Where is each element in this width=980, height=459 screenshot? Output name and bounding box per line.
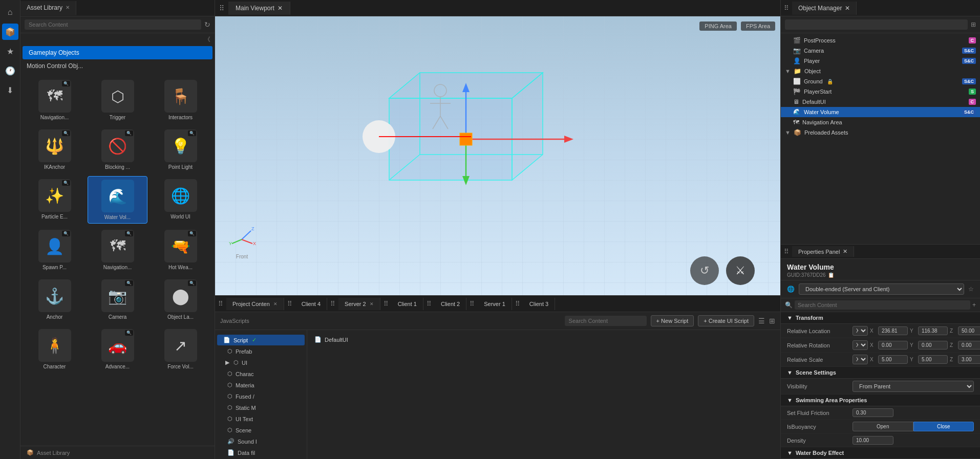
swimming-area-section-header[interactable]: ▼ Swimming Area Properties: [781, 395, 980, 406]
tab-server1[interactable]: Server 1: [478, 298, 512, 310]
relative-location-dropdown[interactable]: X: [853, 326, 868, 336]
asset-library-close-icon[interactable]: ✕: [66, 5, 70, 10]
tree-item-preloadedassets[interactable]: ▼ 📦 Preloaded Assets: [781, 127, 980, 138]
copy-icon[interactable]: 📋: [828, 272, 834, 278]
object-manager-tab[interactable]: Object Manager ✕: [792, 2, 857, 15]
sidebar-item-fusedb[interactable]: ⬡ Fused /: [217, 391, 305, 402]
scale-y-input[interactable]: [918, 355, 948, 364]
tab-server2[interactable]: Server 2 ✕ Server 2: [338, 298, 380, 310]
properties-close-icon[interactable]: ✕: [843, 248, 847, 255]
loc-x-input[interactable]: [878, 326, 908, 335]
list-view-icon[interactable]: ☰: [758, 317, 765, 325]
tree-item-camera[interactable]: 📷 Camera S&C: [781, 46, 980, 56]
tree-item-ground[interactable]: ⬜ Ground 🔒 S&C: [781, 76, 980, 86]
project-file-defaultui[interactable]: 📄 DefaultUI: [311, 334, 776, 345]
sidebar-item-datafil[interactable]: 📄 Data fil: [217, 447, 305, 458]
tree-item-defaultui[interactable]: 🖥 DefaultUI C: [781, 97, 980, 107]
viewport-close-icon[interactable]: ✕: [278, 5, 283, 12]
visibility-dropdown[interactable]: From Parent: [853, 381, 974, 392]
object-manager-search-input[interactable]: [785, 19, 968, 30]
viewport-tool-btn[interactable]: ⚔: [726, 256, 755, 285]
sidebar-item-ui[interactable]: ▶ ⬡ UI: [217, 357, 305, 368]
tab-client1[interactable]: Client 1: [392, 298, 423, 310]
scene-settings-section-header[interactable]: ▼ Scene Settings: [781, 367, 980, 379]
asset-worldui[interactable]: 🌐 World UI: [151, 176, 210, 224]
asset-watervol[interactable]: 🌊 Water Vol...: [88, 176, 147, 224]
isbuoyancy-open-btn[interactable]: Open: [853, 422, 913, 431]
rot-z-input[interactable]: [958, 341, 980, 349]
tree-item-player[interactable]: 👤 Player S&C: [781, 56, 980, 66]
isbuoyancy-close-btn[interactable]: Close: [913, 422, 974, 431]
sidebar-item-prefab[interactable]: ⬡ Prefab: [217, 346, 305, 357]
sidebar-item-script[interactable]: 📄 Script ✓: [217, 335, 305, 345]
tab-project-content[interactable]: Project Conten ✕: [226, 298, 284, 310]
loc-z-input[interactable]: [958, 326, 980, 335]
viewport-nav-btn[interactable]: ↺: [690, 256, 719, 285]
properties-panel-tab[interactable]: Properties Panel ✕: [792, 246, 854, 257]
asset-navigation2[interactable]: 🗺 🔍 Navigation...: [88, 227, 147, 273]
rot-x-input[interactable]: [878, 341, 908, 349]
download-icon[interactable]: ⬇: [2, 82, 18, 98]
asset-blocking[interactable]: 🚫 🔍 Blocking ...: [88, 126, 147, 173]
project-content-close-icon[interactable]: ✕: [273, 301, 278, 307]
grid-view-icon[interactable]: ⊞: [769, 317, 775, 325]
asset-search-input[interactable]: [25, 19, 201, 30]
prop-add-icon[interactable]: +: [972, 301, 976, 309]
server-mode-dropdown[interactable]: Double-ended (Server and Client): [799, 283, 964, 295]
tree-item-playerstart[interactable]: 🏁 PlayerStart S: [781, 86, 980, 97]
asset-navigation[interactable]: 🗺 🔍 Navigation...: [25, 77, 84, 123]
server2-close-icon[interactable]: ✕: [370, 301, 374, 307]
new-script-button[interactable]: + New Script: [651, 315, 694, 326]
asset-spawnp[interactable]: 👤 🔍 Spawn P...: [25, 227, 84, 273]
transform-section-header[interactable]: ▼ Transform: [781, 312, 980, 324]
loc-y-input[interactable]: [918, 326, 948, 335]
asset-library-tab[interactable]: Asset Library ✕: [20, 1, 76, 15]
tree-item-watervolume[interactable]: 🌊 Water Volume S&C: [781, 107, 980, 117]
asset-pointlight[interactable]: 💡 🔍 Point Light: [151, 126, 210, 173]
sidebar-item-soundb[interactable]: 🔊 Sound I: [217, 436, 305, 447]
sidebar-item-materia[interactable]: ⬡ Materia: [217, 380, 305, 390]
category-motion-control[interactable]: Motion Control Obj...: [20, 59, 215, 73]
sidebar-item-scene[interactable]: ⬡ Scene: [217, 425, 305, 435]
tab-client3[interactable]: Client 3: [523, 298, 555, 310]
asset-ikanchor[interactable]: 🔱 🔍 IKAnchor: [25, 126, 84, 173]
history-icon[interactable]: 🕐: [2, 62, 18, 79]
tab-client4[interactable]: Client 4: [295, 298, 327, 310]
asset-objectla[interactable]: ⬤ 🔍 Object La...: [151, 276, 210, 323]
tree-item-navigationarea[interactable]: 🗺 Navigation Area: [781, 117, 980, 127]
create-ui-script-button[interactable]: + Create UI Script: [698, 315, 754, 326]
viewport-tab-main[interactable]: Main Viewport ✕: [228, 2, 290, 15]
prop-search-input[interactable]: [795, 300, 970, 310]
sidebar-item-charac[interactable]: ⬡ Charac: [217, 368, 305, 379]
scale-x-input[interactable]: [878, 355, 908, 364]
object-manager-filter-icon[interactable]: ⊞: [971, 21, 976, 28]
scale-z-input[interactable]: [958, 355, 980, 364]
asset-advanced[interactable]: 🚗 🔍 Advance...: [88, 326, 147, 373]
sidebar-item-uitext[interactable]: ⬡ UI Text: [217, 413, 305, 424]
asset-camera[interactable]: 📷 🔍 Camera: [88, 276, 147, 323]
library-icon[interactable]: 📦: [2, 24, 18, 40]
asset-forcevol[interactable]: ↗ Force Vol...: [151, 326, 210, 373]
star-icon[interactable]: ★: [2, 43, 18, 59]
home-icon[interactable]: ⌂: [2, 4, 18, 20]
tree-item-postprocess[interactable]: 🎬 PostProcess C: [781, 35, 980, 46]
rot-y-input[interactable]: [918, 341, 948, 349]
water-body-section-header[interactable]: ▼ Water Body Effect: [781, 447, 980, 459]
asset-particlee[interactable]: ✨ 🔍 Particle E...: [25, 176, 84, 224]
asset-footer[interactable]: 📦 Asset Library: [20, 446, 215, 459]
collapse-icon[interactable]: 《: [204, 35, 210, 44]
asset-hotweapon[interactable]: 🔫 🔍 Hot Wea...: [151, 227, 210, 273]
tree-item-object[interactable]: ▼ 📁 Object: [781, 66, 980, 76]
viewport-canvas[interactable]: PING Area FPS Area: [215, 16, 780, 295]
object-manager-close-icon[interactable]: ✕: [845, 5, 850, 12]
asset-character[interactable]: 🧍 Character: [25, 326, 84, 373]
star-fav-icon[interactable]: ☆: [968, 286, 974, 293]
asset-anchor[interactable]: ⚓ Anchor: [25, 276, 84, 323]
sidebar-item-staticm[interactable]: ⬡ Static M: [217, 402, 305, 413]
asset-trigger[interactable]: ⬡ Trigger: [88, 77, 147, 123]
relative-scale-dropdown[interactable]: X: [853, 355, 868, 364]
refresh-icon[interactable]: ↻: [204, 20, 210, 29]
relative-rotation-dropdown[interactable]: X: [853, 340, 868, 350]
project-search-input[interactable]: [565, 316, 647, 326]
fluid-friction-input[interactable]: [853, 408, 893, 417]
